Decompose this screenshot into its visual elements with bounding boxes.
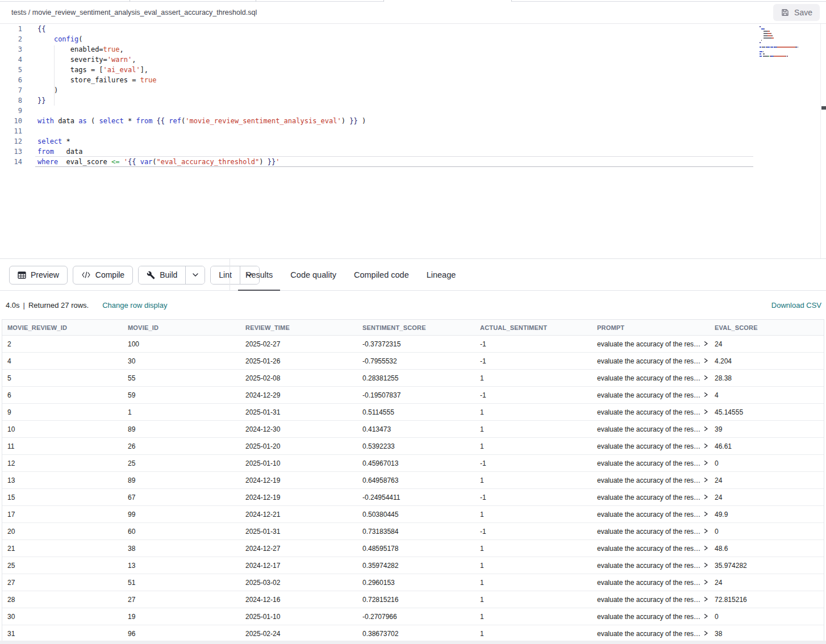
line-number: 9 [0,106,32,116]
table-cell-prompt: evaluate the accuracy of the res… [592,613,710,621]
expand-prompt-chevron-icon[interactable] [703,392,708,398]
table-cell: 25 [2,562,123,570]
table-cell: 96 [123,630,240,638]
table-row: 912025-01-310.51145551evaluate the accur… [2,404,824,421]
column-header-movie_id: MOVIE_ID [123,324,240,331]
tab-lineage[interactable]: Lineage [427,259,456,291]
table-cell-prompt: evaluate the accuracy of the res… [592,528,710,536]
table-cell: 20 [2,528,123,536]
table-cell-prompt: evaluate the accuracy of the res… [592,494,710,501]
table-row: 25132024-12-170.359742821evaluate the ac… [2,557,824,574]
code-editor[interactable]: 1{{2 config(3 enabled=true,4 severity='w… [0,24,826,258]
expand-prompt-chevron-icon[interactable] [703,409,708,415]
prompt-preview-text: evaluate the accuracy of the res… [597,408,700,416]
table-cell: 60 [123,528,240,536]
table-cell: 13 [123,562,240,570]
table-cell-prompt: evaluate the accuracy of the res… [592,579,710,587]
table-cell-eval-score: 0 [710,459,824,467]
tab-results[interactable]: Results [245,259,273,291]
expand-prompt-chevron-icon[interactable] [703,341,708,346]
expand-prompt-chevron-icon[interactable] [703,460,708,466]
table-cell: 15 [2,494,123,501]
line-number: 1 [0,24,32,34]
table-cell-prompt: evaluate the accuracy of the res… [592,340,710,348]
table-cell-eval-score: 46.61 [710,442,824,450]
table-cell: 2025-03-02 [240,579,357,587]
table-grid-icon [18,271,26,279]
code-line: 9 [0,106,826,116]
build-button-label: Build [160,270,177,279]
table-cell: 0.5392233 [357,442,475,450]
editor-right-border [820,24,821,258]
tab-code-quality[interactable]: Code quality [290,259,336,291]
table-cell: 28 [2,596,123,604]
build-dropdown-button[interactable] [185,266,205,284]
table-cell: 0.73183584 [357,528,475,536]
line-number: 6 [0,75,32,85]
prompt-preview-text: evaluate the accuracy of the res… [597,613,700,621]
rows-returned-text: Returned 27 rows. [28,301,89,310]
table-cell-eval-score: 45.14555 [710,408,824,416]
tab-compiled-code[interactable]: Compiled code [354,259,409,291]
line-number: 14 [0,157,32,167]
compile-button[interactable]: Compile [73,266,133,285]
expand-prompt-chevron-icon[interactable] [703,545,708,551]
line-number: 11 [0,126,32,136]
expand-prompt-chevron-icon[interactable] [703,579,708,585]
column-header-prompt: PROMPT [592,324,710,331]
table-row: 12252025-01-100.45967013-1evaluate the a… [2,455,824,472]
expand-prompt-chevron-icon[interactable] [703,511,708,517]
expand-prompt-chevron-icon[interactable] [703,426,708,432]
table-cell: 1 [475,579,592,587]
table-cell-prompt: evaluate the accuracy of the res… [592,596,710,604]
prompt-preview-text: evaluate the accuracy of the res… [597,630,700,638]
table-cell: 0.50380445 [357,511,475,518]
horizontal-scrollbar-track[interactable] [0,641,826,644]
prompt-preview-text: evaluate the accuracy of the res… [597,374,700,382]
expand-prompt-chevron-icon[interactable] [703,477,708,483]
table-cell: 6 [2,391,123,399]
expand-prompt-chevron-icon[interactable] [703,443,708,449]
table-row: 4302025-01-26-0.7955532-1evaluate the ac… [2,353,824,370]
code-line: 11 [0,126,826,136]
table-cell: 27 [123,596,240,604]
table-row: 21002025-02-27-0.37372315-1evaluate the … [2,336,824,353]
code-line: 13from data [0,147,826,157]
column-header-review_time: REVIEW_TIME [240,324,357,331]
table-cell: 0.5114555 [357,408,475,416]
prompt-preview-text: evaluate the accuracy of the res… [597,562,700,570]
table-cell: 2025-01-20 [240,442,357,450]
expand-prompt-chevron-icon[interactable] [703,528,708,534]
table-cell: -1 [475,459,592,467]
build-button[interactable]: Build [139,266,185,284]
download-csv-link[interactable]: Download CSV [771,301,821,310]
expand-prompt-chevron-icon[interactable] [703,375,708,380]
table-cell: 30 [123,357,240,365]
expand-prompt-chevron-icon[interactable] [703,358,708,363]
expand-prompt-chevron-icon[interactable] [703,613,708,619]
column-header-sentiment_score: SENTIMENT_SCORE [357,324,475,331]
line-number: 7 [0,85,32,95]
expand-prompt-chevron-icon[interactable] [703,494,708,500]
table-cell-prompt: evaluate the accuracy of the res… [592,630,710,638]
change-row-display-link[interactable]: Change row display [102,301,167,310]
prompt-preview-text: evaluate the accuracy of the res… [597,357,700,365]
table-cell-eval-score: 49.9 [710,511,824,518]
table-cell: 27 [2,579,123,587]
table-cell: 0.45967013 [357,459,475,467]
expand-prompt-chevron-icon[interactable] [703,630,708,636]
compile-button-label: Compile [95,270,124,279]
expand-prompt-chevron-icon[interactable] [703,562,708,568]
table-cell: 31 [2,630,123,638]
save-button[interactable]: Save [773,4,820,21]
expand-prompt-chevron-icon[interactable] [703,596,708,602]
wrench-icon [147,271,155,279]
table-cell: 1 [475,425,592,433]
minimap[interactable] [760,26,805,58]
preview-button[interactable]: Preview [9,266,68,285]
table-cell: -0.2707966 [357,613,475,621]
table-cell: 2025-02-08 [240,374,357,382]
scrollbar-thumb[interactable] [821,106,826,110]
table-cell-eval-score: 38 [710,630,824,638]
breadcrumb: tests / movie_review_sentiment_analysis_… [11,9,257,16]
